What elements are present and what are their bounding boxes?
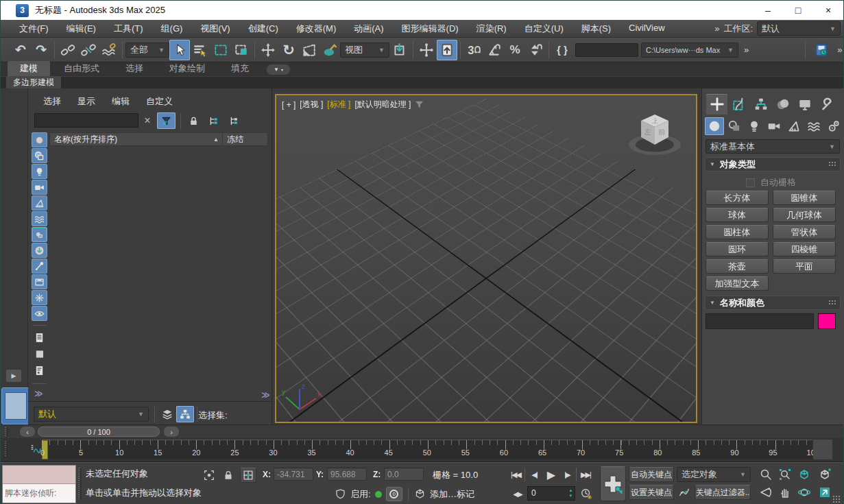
listener-macro-row[interactable] — [3, 466, 75, 484]
ribbon-tab-object-paint[interactable]: 对象绘制 — [157, 61, 217, 76]
cylinder-button[interactable]: 圆柱体 — [706, 225, 769, 239]
zoom-extents-icon[interactable] — [796, 467, 812, 482]
menu-item[interactable]: 渲染(R) — [468, 20, 516, 38]
named-selection-input[interactable] — [575, 43, 638, 57]
name-color-rollout[interactable]: ▼ 名称和颜色 — [705, 296, 841, 310]
zoom-icon[interactable] — [758, 467, 774, 482]
close-button[interactable]: × — [813, 1, 843, 20]
lights-category-icon[interactable] — [745, 117, 764, 135]
menu-item[interactable]: 编辑(E) — [58, 20, 105, 38]
edit-named-selection-sets-icon[interactable]: { } — [552, 40, 572, 60]
project-folder-dropdown[interactable]: C:\Users\ww···ds Max 2025▼ — [641, 43, 738, 58]
layers-icon[interactable] — [158, 406, 176, 422]
ribbon-minimize-dropdown[interactable]: ▼▾ — [267, 64, 290, 75]
pyramid-button[interactable]: 四棱锥 — [773, 242, 836, 256]
menu-item[interactable]: 自定义(U) — [516, 20, 572, 38]
selection-filter-dropdown[interactable]: 全部▼ — [125, 43, 169, 58]
torus-button[interactable]: 圆环 — [706, 242, 769, 256]
sync-selection-icon[interactable] — [32, 346, 47, 361]
selection-lock-icon[interactable] — [220, 468, 237, 483]
active-layout-tab[interactable] — [1, 387, 30, 424]
go-to-end-button[interactable]: ▶▶| — [578, 466, 593, 483]
geosphere-button[interactable]: 几何球体 — [773, 208, 836, 222]
viewcube-top-face[interactable]: 上 — [652, 117, 658, 124]
display-tab[interactable] — [794, 94, 815, 115]
scene-explorer-menu-item[interactable]: 选择 — [43, 95, 61, 108]
scene-cube-icon[interactable] — [414, 488, 426, 500]
search-filter-icon[interactable] — [157, 112, 176, 129]
zoom-extents-all-icon[interactable] — [817, 467, 833, 482]
display-geometry-icon[interactable] — [32, 132, 47, 147]
lock-cell-editing-icon[interactable] — [32, 330, 47, 345]
unlink-icon[interactable] — [78, 40, 99, 60]
scene-explorer-search-input[interactable] — [34, 113, 138, 128]
explorer-column-headers[interactable]: 名称(按升序排序) ▲ 冻结 — [49, 132, 268, 146]
menu-item[interactable]: CivilView — [620, 20, 674, 38]
menu-item[interactable]: 视图(V) — [191, 20, 239, 38]
time-slider-grip[interactable] — [5, 427, 8, 437]
hierarchy-tab[interactable] — [750, 94, 771, 115]
scene-explorer-menu-item[interactable]: 自定义 — [146, 95, 173, 108]
go-to-start-button[interactable]: |◀◀ — [508, 466, 523, 483]
display-lights-icon[interactable] — [32, 164, 47, 179]
per-view-filter-icon[interactable] — [415, 100, 424, 109]
frozen-column-header[interactable]: 冻结 — [222, 133, 267, 145]
listener-script-row[interactable]: 脚本迷你侦听: — [3, 484, 75, 503]
plane-button[interactable]: 平面 — [773, 259, 836, 274]
viewport-type-menu[interactable]: [标准 ] — [327, 99, 350, 110]
display-shapes-icon[interactable] — [32, 148, 47, 163]
select-and-move-icon[interactable] — [258, 40, 278, 60]
window-crossing-icon[interactable] — [231, 40, 252, 60]
z-coord-field[interactable]: 0.0 — [384, 468, 424, 481]
display-groups-icon[interactable] — [32, 227, 47, 242]
scene-explorer-menu-item[interactable]: 编辑 — [112, 95, 130, 108]
maximize-button[interactable]: □ — [783, 1, 813, 20]
zoom-all-icon[interactable] — [777, 467, 793, 482]
create-tab[interactable] — [706, 94, 727, 115]
scene-explorer-menu-item[interactable]: 显示 — [77, 95, 95, 108]
ribbon-tab-modeling[interactable]: 建模 — [8, 61, 50, 76]
render-setup-icon[interactable] — [811, 40, 832, 60]
rollout-grip-icon[interactable] — [829, 300, 836, 306]
y-coord-field[interactable]: 95.688 — [327, 468, 367, 481]
bind-to-space-warp-icon[interactable] — [99, 40, 119, 60]
toolbar-overflow-icon[interactable]: » — [744, 45, 747, 55]
menu-item[interactable]: 工具(T) — [105, 20, 152, 38]
viewport-shading-menu[interactable]: [默认明暗处理 ] — [354, 99, 411, 110]
percent-snap-icon[interactable]: % — [505, 40, 525, 60]
display-xrefs-icon[interactable] — [32, 243, 47, 258]
time-configuration-icon[interactable] — [578, 486, 594, 501]
key-mode-toggle[interactable]: ◀▶ — [509, 487, 526, 501]
notification-count-button[interactable]: 0 — [386, 487, 402, 501]
ribbon-tab-populate[interactable]: 填充 — [219, 61, 261, 76]
zoom-region-icon[interactable] — [758, 485, 774, 500]
motion-tab[interactable] — [772, 94, 793, 115]
link-icon[interactable] — [58, 40, 78, 60]
maximize-viewport-toggle-icon[interactable] — [817, 485, 833, 500]
workspace-dropdown[interactable]: 默认▼ — [757, 21, 841, 36]
display-bones-icon[interactable] — [32, 259, 47, 274]
key-mode-dropdown[interactable]: 选定对象▼ — [677, 467, 751, 482]
next-frame-button[interactable]: |▶ — [559, 466, 575, 483]
notification-shield-icon[interactable] — [335, 488, 346, 500]
pan-icon[interactable] — [777, 485, 793, 500]
ribbon-panel-tab-polygon-modeling[interactable]: 多边形建模 — [6, 76, 61, 89]
set-keys-button[interactable] — [600, 466, 626, 501]
cone-button[interactable]: 圆锥体 — [773, 191, 836, 205]
select-and-scale-icon[interactable] — [299, 40, 319, 60]
maxscript-mini-listener[interactable]: 脚本迷你侦听: — [2, 465, 76, 503]
display-helpers-icon[interactable] — [32, 195, 47, 211]
snaps-toggle-3d-icon[interactable]: 3 — [463, 40, 484, 60]
display-containers-icon[interactable] — [32, 274, 47, 289]
menu-item[interactable]: 文件(F) — [10, 20, 58, 38]
isolate-selection-icon[interactable] — [201, 468, 217, 483]
resize-grip[interactable] — [833, 496, 841, 503]
shapes-category-icon[interactable] — [725, 117, 744, 135]
display-influences-icon[interactable] — [32, 290, 47, 305]
display-space-warps-icon[interactable] — [32, 211, 47, 226]
systems-category-icon[interactable] — [824, 117, 843, 135]
collapse-hierarchy-icon[interactable] — [226, 112, 244, 129]
select-and-manipulate-icon[interactable] — [416, 40, 437, 60]
status-grip[interactable] — [78, 468, 82, 499]
search-clear-icon[interactable]: × — [142, 113, 153, 128]
